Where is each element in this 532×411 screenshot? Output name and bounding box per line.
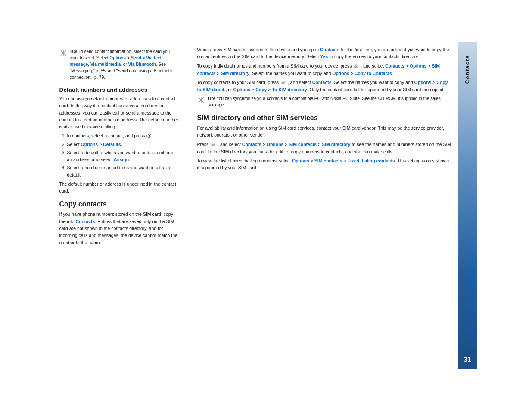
sd-p2-sep1: >: [261, 142, 267, 147]
cts-link5: Copy: [255, 87, 267, 92]
side-tab: Contacts 31: [458, 42, 477, 369]
cts-mid: , and select: [286, 80, 312, 85]
sd-p2-icon: ☏: [210, 141, 216, 148]
ci-mid: , and select: [359, 63, 385, 68]
cts-pre: To copy contacts to your SIM card, press: [197, 80, 280, 85]
sim-directory-para2: Press ☏ , and select Contacts > Options …: [197, 141, 451, 155]
tip1-link1: Options: [109, 56, 126, 60]
ci-sep3: >: [216, 71, 221, 76]
sd-p2-sep2: >: [283, 142, 289, 147]
sd-p2-link4: SIM directory: [322, 142, 351, 147]
sim-directory-para1: For availability and information on usin…: [197, 125, 451, 139]
copy-to-sim-para: To copy contacts to your SIM card, press…: [197, 79, 451, 93]
step-2: Select Options > Defaults.: [67, 141, 180, 148]
copy-contacts-heading: Copy contacts: [59, 200, 180, 208]
tip1-link5: Via Bluetooth: [128, 62, 156, 67]
ci-link4: SIM directory: [221, 71, 250, 76]
cts-suf1: . Select the names you want to copy and: [332, 80, 414, 85]
step2-defaults: Defaults.: [103, 142, 122, 147]
sd-p2-mid: , and select: [216, 142, 242, 147]
svg-point-9: [200, 99, 202, 101]
sim-insert-pre: When a new SIM card is inserted in the d…: [197, 47, 320, 52]
cts-link2: Options: [414, 80, 432, 85]
cts-sep2: , or: [225, 87, 233, 92]
default-numbers-heading: Default numbers and addresses: [59, 87, 180, 93]
step3-assign: Assign: [114, 157, 129, 162]
cts-sep3: >: [250, 87, 255, 92]
sim-insert-suf: to copy the entries to your contacts dir…: [328, 54, 419, 59]
sd-p2-link1: Contacts: [242, 142, 261, 147]
ci-link6: Copy to Contacts: [355, 71, 392, 76]
ci-end: .: [392, 71, 393, 76]
svg-point-4: [62, 52, 64, 54]
sd-p3-link2: SIM contacts: [314, 158, 342, 163]
tip1-sep4: , or: [121, 62, 128, 67]
step-1: In contacts, select a contact, and press…: [67, 132, 180, 139]
sd-p3-pre: To view the list of fixed dialling numbe…: [197, 158, 292, 163]
copy-contacts-link: Contacts: [75, 219, 95, 224]
ci-pre: To copy individual names and numbers fro…: [197, 63, 353, 68]
sd-p3-link1: Options: [292, 158, 309, 163]
sim-insert-para: When a new SIM card is inserted in the d…: [197, 46, 451, 60]
tip-icon-2: [197, 96, 205, 104]
page-container: Tip! To send contact information, select…: [0, 0, 532, 411]
default-numbers-steps: In contacts, select a contact, and press…: [67, 132, 180, 178]
copy-individual-para: To copy individual names and numbers fro…: [197, 62, 451, 77]
ci-link1: Contacts: [385, 63, 404, 68]
tip-box-1: Tip! To send contact information, select…: [59, 48, 180, 81]
book-page: Tip! To send contact information, select…: [55, 42, 477, 369]
tip-box-2: Tip! You can synchronize your contacts t…: [197, 95, 451, 108]
sd-p3-link3: Fixed dialing contacts: [347, 158, 395, 163]
default-numbers-para2: The default number or address is underli…: [59, 181, 180, 195]
sd-p3-sep1: >: [309, 158, 314, 163]
ci-suf: . Select the names you want to copy and: [249, 71, 332, 76]
sim-insert-link2: Yes: [320, 54, 328, 59]
tip2-text: Tip! You can synchronize your contacts t…: [208, 95, 451, 108]
cts-link6: To SIM directory: [272, 87, 307, 92]
tip1-sep1: >: [126, 56, 131, 60]
cts-sep1: >: [431, 80, 436, 85]
tip1-label: Tip!: [70, 49, 78, 54]
sim-directory-heading: SIM directory and other SIM services: [197, 114, 451, 122]
default-numbers-para1: You can assign default numbers or addres…: [59, 95, 180, 130]
copy-contacts-para1: If you have phone numbers stored on the …: [59, 211, 180, 246]
ci-sep2: >: [426, 63, 432, 68]
cts-suf2: . Only the contact card fields supported…: [307, 87, 445, 92]
cts-link1: Contacts: [312, 80, 332, 85]
step-4: Select a number or an address you want t…: [67, 164, 180, 178]
sim-directory-para3: To view the list of fixed dialling numbe…: [197, 157, 451, 171]
ci-link5: Options: [332, 71, 349, 76]
tip2-label: Tip!: [208, 96, 215, 101]
ci-link2: Options: [410, 63, 427, 68]
sim-insert-link1: Contacts: [320, 47, 339, 52]
step-3: Select a default to which you want to ad…: [67, 149, 180, 163]
tip-icon-1: [59, 49, 67, 57]
sd-p3-sep2: >: [342, 158, 348, 163]
sd-p2-sep3: >: [317, 142, 322, 147]
cts-sep4: >: [267, 87, 272, 92]
tip1-sep2: >: [141, 56, 146, 60]
sd-p2-link3: SIM contacts: [289, 142, 317, 147]
sd-p2-link2: Options: [267, 142, 284, 147]
step2-options: Options: [81, 142, 98, 147]
side-tab-label: Contacts: [464, 50, 470, 84]
tip1-text: Tip! To send contact information, select…: [70, 48, 180, 81]
tip1-link4: Via multimedia: [90, 62, 121, 67]
cts-link4: Options: [233, 87, 251, 92]
right-column: When a new SIM card is inserted in the d…: [189, 42, 477, 369]
cts-icon: ☏: [280, 79, 286, 86]
left-column: Tip! To send contact information, select…: [55, 42, 189, 369]
sd-p2-pre: Press: [197, 142, 210, 147]
ci-sep4: >: [349, 71, 355, 76]
tip2-content: You can synchronize your contacts to a c…: [208, 96, 441, 107]
ci-sep1: >: [404, 63, 410, 68]
page-number: 31: [458, 350, 477, 369]
tip1-link2: Send: [131, 56, 141, 60]
ci-icon: ☏: [353, 63, 359, 70]
